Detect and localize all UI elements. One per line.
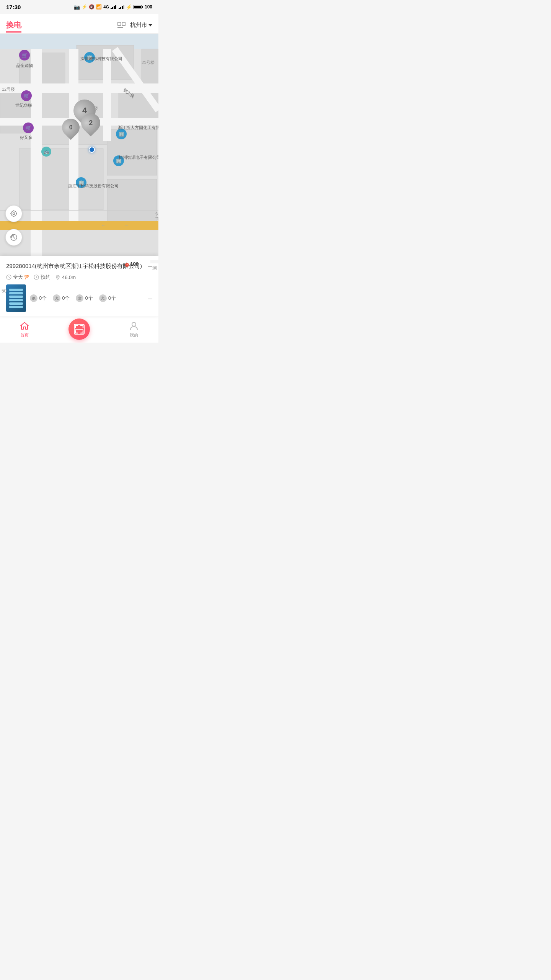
battery-empty-icon: 空 xyxy=(76,294,83,302)
svg-rect-11 xyxy=(107,179,157,221)
home-label: 首页 xyxy=(20,332,29,338)
poi-yusong: 🏢 xyxy=(76,177,86,188)
battery-counts: 换 0个 充 0个 空 0个 充 0个 xyxy=(30,294,144,302)
distance-label: 46.0m xyxy=(62,274,76,280)
hours-info: 全天 营 xyxy=(6,274,29,281)
poi-zhiyuan: 🏢 xyxy=(113,155,124,166)
poi-shiji: 🛒 xyxy=(21,90,32,101)
svg-point-37 xyxy=(57,276,59,278)
signal-bars-2 xyxy=(119,5,124,9)
battery-count-2: 空 0个 xyxy=(76,294,93,302)
poi-zheda: 🏢 xyxy=(116,129,127,139)
panel-side-label: 测 xyxy=(150,260,158,263)
mute-icon: 🔇 xyxy=(89,4,95,10)
svg-line-33 xyxy=(9,277,10,278)
battery-count-charge2: 0个 xyxy=(108,295,116,302)
battery-percent: 100 xyxy=(145,4,152,10)
wifi-icon: 📶 xyxy=(96,4,102,10)
hours-label: 全天 xyxy=(13,274,23,281)
battery-count-empty: 0个 xyxy=(85,295,93,302)
reserve-info: 预约 xyxy=(34,274,51,281)
city-selector[interactable]: 杭州市 xyxy=(130,21,152,29)
clock-icon xyxy=(6,274,11,280)
history-button[interactable] xyxy=(5,229,22,246)
svg-text:永: 永 xyxy=(155,212,158,216)
svg-rect-16 xyxy=(103,49,111,141)
signal-bars xyxy=(111,5,116,9)
tab-label: 换电 xyxy=(6,21,21,33)
svg-point-24 xyxy=(11,211,16,216)
map-svg: ← → 永 拦 xyxy=(0,34,158,256)
battery-count-3: 充 0个 xyxy=(99,294,116,302)
svg-point-29 xyxy=(13,213,15,215)
signal-x-icon: × xyxy=(125,263,129,267)
nav-home[interactable]: 首页 xyxy=(19,320,30,338)
distance-info: 46.0m xyxy=(55,274,76,280)
poi-pinquan: 🛒 xyxy=(19,50,30,60)
camera-icon: 📷 xyxy=(74,4,80,10)
battery-status xyxy=(134,5,143,9)
status-icons: 📷 ⚡ 🔇 📶 4G ⚡ 100 xyxy=(74,4,152,10)
营业-icon: 营 xyxy=(24,274,29,281)
panel-signal-icon: × xyxy=(123,263,127,266)
panel-battery-value: 100 xyxy=(130,261,139,267)
city-name: 杭州市 xyxy=(130,21,147,29)
battery-swap-icon: 换 xyxy=(30,294,37,302)
svg-rect-5 xyxy=(142,49,158,87)
profile-icon xyxy=(129,320,139,331)
scan-button[interactable] xyxy=(68,318,90,340)
battery-count-0: 换 0个 xyxy=(30,294,47,302)
svg-point-39 xyxy=(132,322,136,326)
poi-shenzhen: 🏢 xyxy=(84,52,95,63)
poi-haoyouduo: 🛒 xyxy=(23,122,34,133)
status-time: 17:30 xyxy=(6,4,21,10)
network-label: 4G xyxy=(103,5,109,9)
svg-rect-17 xyxy=(0,210,158,211)
home-icon xyxy=(19,320,30,331)
scan-icon xyxy=(74,324,85,335)
header-right: 杭州市 xyxy=(117,21,152,29)
svg-rect-19 xyxy=(0,221,158,230)
poi-bus: 🚌 xyxy=(41,147,51,157)
battery-charge2-icon: 充 xyxy=(99,294,107,302)
device-image xyxy=(6,284,26,312)
reserve-label: 预约 xyxy=(41,274,51,281)
clock-icon-2 xyxy=(34,274,39,280)
nav-profile[interactable]: 我的 xyxy=(129,320,139,338)
list-view-toggle[interactable] xyxy=(117,22,126,28)
battery-count-1: 充 0个 xyxy=(53,294,70,302)
profile-label: 我的 xyxy=(130,332,138,338)
svg-rect-9 xyxy=(107,129,157,175)
usb-icon: ⚡ xyxy=(82,4,87,10)
battery-charge-icon: 充 xyxy=(53,294,60,302)
location-button[interactable] xyxy=(5,205,22,222)
chevron-down-icon xyxy=(148,24,152,26)
battery-count-charge: 0个 xyxy=(62,295,70,302)
panel-info-row: 全天 营 预约 46.0m xyxy=(6,274,152,281)
header: 换电 杭州市 xyxy=(0,14,158,34)
svg-text:→: → xyxy=(124,223,129,228)
user-location-dot xyxy=(89,147,95,153)
panel-collapse-dash[interactable]: – xyxy=(148,294,152,303)
status-bar: 17:30 📷 ⚡ 🔇 📶 4G ⚡ xyxy=(0,0,158,14)
map-container[interactable]: ← → 永 拦 🛒 品全购物 🏢 深圳城铄科技有限公司 21号楼 12号楼 荆大… xyxy=(0,34,158,256)
map-pin-2[interactable]: 2 xyxy=(81,113,100,132)
map-pin-0[interactable]: 0 xyxy=(62,119,80,136)
panel-device-row: 50 换 0个 充 0个 xyxy=(6,284,152,312)
svg-text:拦: 拦 xyxy=(155,217,158,221)
bottom-panel: × 100 – 299280014(杭州市余杭区浙江宇松科技股份有限公司) 全天… xyxy=(0,256,158,317)
location-icon xyxy=(55,274,60,280)
battery-50-label: 50 xyxy=(2,288,7,294)
tab-huandian[interactable]: 换电 xyxy=(6,20,21,30)
bottom-nav: 首页 我的 xyxy=(0,317,158,343)
charging-icon: ⚡ xyxy=(126,4,132,10)
battery-count-swap: 0个 xyxy=(39,295,47,302)
svg-line-36 xyxy=(36,277,37,278)
svg-text:←: ← xyxy=(101,223,106,228)
